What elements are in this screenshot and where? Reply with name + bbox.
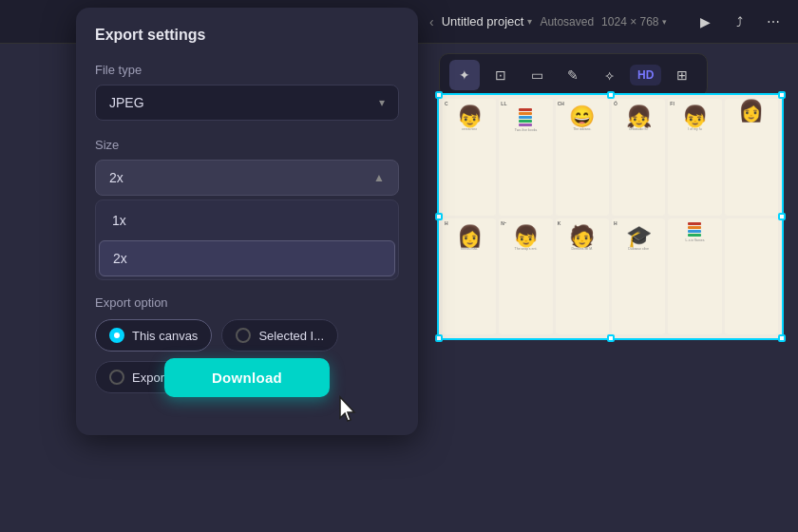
- more-icon[interactable]: ⋯: [760, 9, 787, 35]
- size-current: 2x ▲: [96, 161, 398, 195]
- edit-icon[interactable]: ✎: [558, 60, 588, 90]
- nav-back-arrow[interactable]: ‹: [429, 14, 434, 29]
- top-bar-center: ‹ Untitled project ▾ Autosaved 1024 × 76…: [429, 14, 667, 29]
- autosaved-status: Autosaved: [540, 15, 594, 28]
- handle-tr[interactable]: [778, 91, 786, 99]
- size-option-1x[interactable]: 1x: [99, 203, 395, 238]
- project-name[interactable]: Untitled project ▾: [442, 14, 533, 28]
- toolbar: ✦ ⊡ ▭ ✎ ⟡ HD ⊞: [439, 53, 708, 97]
- handle-rm[interactable]: [778, 213, 786, 220]
- copy-icon[interactable]: ⊡: [485, 60, 516, 90]
- flashcard-8: Nº 👦 The snap's ent.: [499, 218, 552, 335]
- flashcard-9: K 🧑 Demons Mi M.: [556, 218, 609, 335]
- handle-lm[interactable]: [435, 213, 443, 220]
- play-icon[interactable]: ▶: [692, 9, 718, 35]
- radio-dot-selected: [236, 328, 251, 343]
- magic-tool-icon[interactable]: ✦: [449, 60, 480, 90]
- top-bar-actions: ▶ ⤴ ⋯: [692, 9, 787, 35]
- size-label: Size: [95, 138, 399, 152]
- radio-selected-label: Selected I...: [258, 329, 324, 343]
- cursor-pointer: [336, 395, 363, 431]
- color-icon[interactable]: ⟡: [594, 60, 624, 90]
- size-selector-container: 2x ▲ 1x 2x: [95, 160, 399, 280]
- download-button[interactable]: Download: [164, 358, 330, 397]
- radio-this-canvas-label: This canvas: [132, 329, 198, 343]
- grid-icon[interactable]: ⊞: [667, 60, 697, 90]
- flashcard-11: L-s in flames: [668, 218, 721, 335]
- frame-icon[interactable]: ▭: [522, 60, 552, 90]
- handle-bl[interactable]: [435, 334, 443, 342]
- canvas-size[interactable]: 1024 × 768 ▾: [601, 15, 666, 28]
- panel-title: Export settings: [95, 27, 399, 44]
- handle-bm[interactable]: [607, 334, 615, 342]
- dropdown-arrow-icon: ▾: [379, 96, 385, 109]
- export-option-label: Export option: [95, 295, 399, 310]
- radio-selected[interactable]: Selected I...: [221, 319, 338, 352]
- flashcard-10: H 🎓 Dubasso clive: [612, 218, 665, 335]
- file-type-dropdown[interactable]: JPEG ▾: [95, 85, 399, 121]
- export-radio-group: This canvas Selected I...: [95, 319, 399, 352]
- flashcard-2: LL Two-five books: [499, 99, 552, 216]
- flashcard-3: CH 😄 The advanc.: [556, 99, 609, 216]
- handle-tm[interactable]: [607, 91, 615, 99]
- radio-dot-this-canvas: [109, 328, 124, 343]
- flashcard-12: [725, 218, 778, 335]
- canvas-selection-box: C 👦 cerca nino LL Two-five books CH 😄 Th…: [437, 93, 784, 340]
- hd-button[interactable]: HD: [630, 65, 661, 86]
- share-icon[interactable]: ⤴: [726, 9, 752, 35]
- file-type-label: File type: [95, 63, 399, 77]
- file-type-value: JPEG: [109, 95, 144, 110]
- export-panel: Export settings File type JPEG ▾ Size 2x…: [76, 8, 418, 435]
- radio-dot-export-all: [109, 370, 124, 385]
- flashcard-1: C 👦 cerca nino: [443, 99, 496, 216]
- flashcard-5: FI 👦 I of my fu: [668, 99, 721, 216]
- flashcard-4: Ó 👧 Uhkasuko fu.: [612, 99, 665, 216]
- handle-br[interactable]: [778, 334, 786, 342]
- size-options-list: 1x 2x: [95, 200, 399, 280]
- size-chevron-up-icon: ▲: [373, 171, 385, 184]
- radio-this-canvas[interactable]: This canvas: [95, 319, 212, 352]
- flashcard-7: H 👩 needs mak.: [443, 218, 496, 335]
- flashcard-grid: C 👦 cerca nino LL Two-five books CH 😄 Th…: [439, 95, 782, 338]
- size-selector[interactable]: 2x ▲: [95, 160, 399, 196]
- flashcard-6: 👩: [725, 99, 778, 216]
- size-option-2x[interactable]: 2x: [99, 240, 395, 276]
- handle-tl[interactable]: [435, 91, 443, 99]
